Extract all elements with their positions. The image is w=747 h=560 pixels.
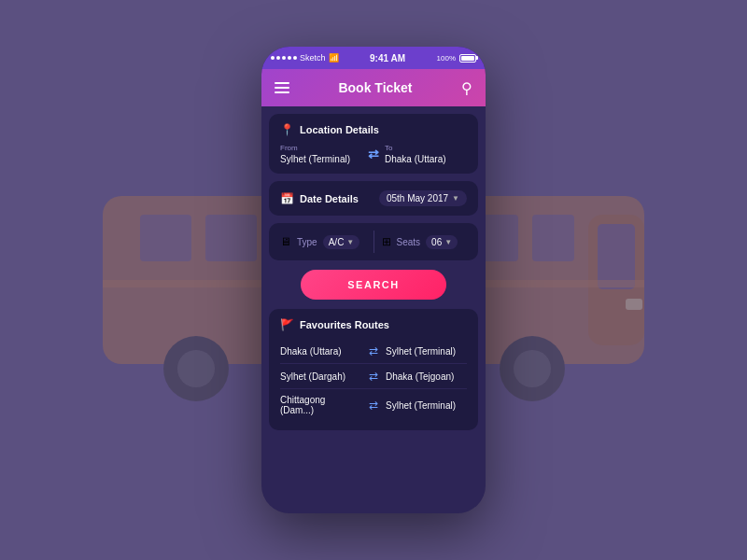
date-card: 📅 Date Details 05th May 2017 ▼ bbox=[269, 181, 478, 216]
type-selector[interactable]: A/C ▼ bbox=[323, 235, 360, 249]
swap-icon[interactable]: ⇄ bbox=[368, 147, 379, 161]
fav-to-3: Sylhet (Terminal) bbox=[386, 400, 467, 411]
header-title: Book Ticket bbox=[338, 80, 412, 95]
location-row: From Sylhet (Terminal) ⇄ To Dhaka (Uttar… bbox=[280, 144, 467, 164]
favourites-card: 🚩 Favourites Routes Dhaka (Uttara) ⇄ Syl… bbox=[269, 309, 478, 430]
carrier-name: Sketch bbox=[300, 53, 326, 63]
fav-swap-2: ⇄ bbox=[361, 370, 386, 383]
svg-rect-9 bbox=[532, 215, 574, 261]
seats-selector[interactable]: 06 ▼ bbox=[426, 235, 458, 249]
battery-icon bbox=[459, 54, 476, 63]
location-card: 📍 Location Details From Sylhet (Terminal… bbox=[269, 114, 478, 174]
status-left: Sketch 📶 bbox=[271, 53, 339, 63]
wifi-icon: 📶 bbox=[329, 53, 339, 63]
battery-percent: 100% bbox=[437, 54, 456, 63]
calendar-icon: 📅 bbox=[280, 192, 294, 205]
to-group: To Dhaka (Uttara) bbox=[385, 144, 467, 164]
fav-route-2[interactable]: Sylhet (Dargah) ⇄ Dhaka (Tejgoan) bbox=[280, 364, 467, 389]
from-value[interactable]: Sylhet (Terminal) bbox=[280, 154, 362, 164]
svg-point-11 bbox=[177, 350, 215, 387]
fav-from-2: Sylhet (Dargah) bbox=[280, 371, 361, 382]
main-content: 📍 Location Details From Sylhet (Terminal… bbox=[261, 106, 486, 513]
fav-to-2: Dhaka (Tejgoan) bbox=[386, 371, 467, 382]
signal-dots bbox=[271, 56, 297, 60]
seats-dropdown-arrow: ▼ bbox=[444, 238, 452, 246]
seats-label: Seats bbox=[397, 237, 421, 247]
type-group: 🖥 Type A/C ▼ bbox=[280, 235, 366, 249]
svg-rect-3 bbox=[140, 215, 191, 261]
svg-rect-4 bbox=[205, 215, 257, 261]
date-value[interactable]: 05th May 2017 ▼ bbox=[379, 190, 467, 206]
fav-route-1[interactable]: Dhaka (Uttara) ⇄ Sylhet (Terminal) bbox=[280, 339, 467, 364]
battery-fill bbox=[461, 56, 474, 61]
fav-swap-1: ⇄ bbox=[361, 344, 386, 357]
status-bar: Sketch 📶 9:41 AM 100% bbox=[261, 47, 486, 69]
hamburger-menu[interactable] bbox=[275, 82, 289, 93]
flag-icon: 🚩 bbox=[280, 318, 294, 331]
search-button-wrapper: SEARCH bbox=[269, 268, 478, 301]
seats-icon: ⊞ bbox=[382, 235, 391, 248]
svg-point-13 bbox=[514, 350, 551, 387]
fav-route-3[interactable]: Chittagong (Dam...) ⇄ Sylhet (Terminal) bbox=[280, 389, 467, 421]
type-seats-card: 🖥 Type A/C ▼ ⊞ Seats 06 ▼ bbox=[269, 223, 478, 260]
fav-swap-3: ⇄ bbox=[361, 399, 386, 412]
type-dropdown-arrow: ▼ bbox=[346, 238, 354, 246]
date-dropdown-arrow: ▼ bbox=[452, 194, 459, 203]
to-value[interactable]: Dhaka (Uttara) bbox=[385, 154, 467, 164]
from-group: From Sylhet (Terminal) bbox=[280, 144, 362, 164]
app-header: Book Ticket ⚲ bbox=[261, 69, 486, 106]
date-row: 📅 Date Details 05th May 2017 ▼ bbox=[280, 190, 467, 206]
fav-to-1: Sylhet (Terminal) bbox=[386, 346, 467, 357]
fav-from-1: Dhaka (Uttara) bbox=[280, 346, 361, 357]
date-title: 📅 Date Details bbox=[280, 192, 359, 205]
status-time: 9:41 AM bbox=[370, 53, 405, 63]
seats-group: ⊞ Seats 06 ▼ bbox=[382, 235, 468, 249]
status-right: 100% bbox=[437, 54, 476, 63]
vertical-divider bbox=[374, 231, 374, 253]
fav-from-3: Chittagong (Dam...) bbox=[280, 395, 361, 415]
to-label: To bbox=[385, 144, 467, 152]
from-label: From bbox=[280, 144, 362, 152]
search-button[interactable]: SEARCH bbox=[301, 270, 445, 300]
search-header-icon[interactable]: ⚲ bbox=[461, 79, 472, 97]
type-label: Type bbox=[297, 237, 317, 247]
pin-icon: 📍 bbox=[280, 123, 294, 136]
favourites-title: 🚩 Favourites Routes bbox=[280, 318, 467, 331]
phone-frame: Sketch 📶 9:41 AM 100% Book Ticket ⚲ 📍 Lo… bbox=[261, 47, 486, 513]
svg-rect-15 bbox=[626, 299, 642, 310]
svg-rect-2 bbox=[598, 224, 635, 289]
location-title: 📍 Location Details bbox=[280, 123, 467, 136]
type-icon: 🖥 bbox=[280, 235, 291, 248]
